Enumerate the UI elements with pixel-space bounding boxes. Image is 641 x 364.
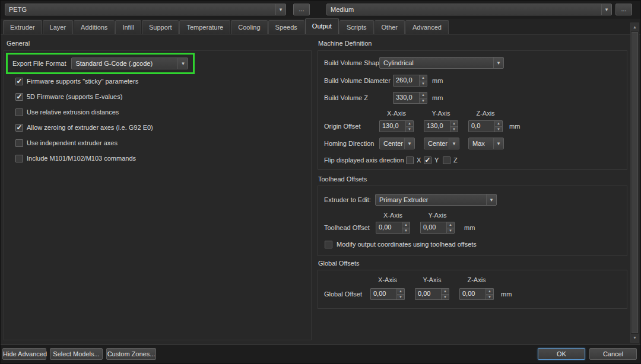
global-offset-z-spinbox[interactable]: 0,00 ▲▼	[459, 288, 494, 300]
spin-up-icon[interactable]: ▲	[402, 222, 410, 228]
chevron-down-icon: ▾	[275, 4, 285, 15]
export-file-format-select[interactable]: Standard G-Code (.gcode) ▾	[71, 58, 188, 69]
vertical-scrollbar[interactable]: ▲ ▼	[630, 23, 639, 343]
process-more-button[interactable]: ...	[293, 4, 310, 15]
spin-buttons: ▲▼	[494, 121, 502, 132]
cancel-button[interactable]: Cancel	[589, 348, 637, 360]
origin-offset-x-spinbox[interactable]: 130,0 ▲▼	[379, 120, 414, 132]
global-offset-y-value[interactable]: 0,00	[415, 289, 441, 299]
tab-temperature[interactable]: Temperature	[179, 20, 230, 34]
global-offset-x-spinbox[interactable]: 0,00 ▲▼	[370, 288, 405, 300]
spin-up-icon[interactable]: ▲	[486, 289, 493, 294]
global-offset-y-spinbox[interactable]: 0,00 ▲▼	[415, 288, 449, 300]
flip-axis-label: Flip displayed axis direction	[324, 157, 404, 164]
machine-definition-group-title: Machine Definition	[318, 40, 372, 47]
tab-output[interactable]: Output	[305, 18, 339, 34]
tab-layer[interactable]: Layer	[43, 20, 74, 34]
tab-advanced[interactable]: Advanced	[405, 20, 449, 34]
toolhead-offset-x-value[interactable]: 0,00	[376, 222, 402, 233]
flip-y-checkbox[interactable]: ✓	[424, 157, 431, 164]
tab-other[interactable]: Other	[375, 20, 405, 34]
quality-preset-select[interactable]: Medium ▾	[326, 4, 612, 15]
checkbox-independent-extruder[interactable]	[15, 139, 23, 147]
flip-z-label[interactable]: Z	[453, 157, 458, 164]
extruder-to-edit-select[interactable]: Primary Extruder ▾	[375, 194, 497, 206]
origin-offset-z-value[interactable]: 0,0	[469, 121, 494, 132]
tab-infill[interactable]: Infill	[115, 20, 141, 34]
chevron-down-icon: ▾	[601, 4, 611, 15]
flip-x-checkbox[interactable]	[406, 157, 414, 164]
checkbox-allow-zeroing[interactable]: ✓	[15, 124, 23, 132]
export-file-format-value: Standard G-Code (.gcode)	[75, 60, 177, 67]
build-volume-shape-select[interactable]: Cylindrical ▾	[379, 57, 504, 69]
spin-down-icon[interactable]: ▼	[447, 228, 454, 234]
modify-output-coordinates-checkbox[interactable]	[325, 241, 332, 248]
scrollbar-thumb[interactable]	[632, 32, 638, 333]
modify-output-coordinates-label[interactable]: Modify output coordinates using toolhead…	[337, 241, 477, 248]
spin-down-icon[interactable]: ▼	[420, 98, 427, 104]
spin-down-icon[interactable]: ▼	[402, 228, 410, 234]
spin-down-icon[interactable]: ▼	[406, 126, 413, 132]
spin-up-icon[interactable]: ▲	[442, 289, 449, 294]
spin-up-icon[interactable]: ▲	[450, 121, 458, 126]
custom-zones-button[interactable]: Custom Zones...	[106, 348, 156, 360]
build-volume-z-value[interactable]: 330,0	[394, 92, 419, 103]
origin-offset-x-value[interactable]: 130,0	[380, 121, 405, 132]
spin-down-icon[interactable]: ▼	[397, 294, 404, 300]
toolhead-offset-x-spinbox[interactable]: 0,00 ▲▼	[376, 222, 410, 234]
tab-speeds[interactable]: Speeds	[268, 20, 304, 34]
global-offset-x-value[interactable]: 0,00	[371, 289, 396, 299]
origin-offset-y-spinbox[interactable]: 130,0 ▲▼	[424, 120, 458, 132]
tab-scripts[interactable]: Scripts	[339, 20, 374, 34]
tab-additions[interactable]: Additions	[74, 20, 115, 34]
spin-up-icon[interactable]: ▲	[397, 289, 404, 294]
process-profile-select[interactable]: PETG ▾	[5, 4, 286, 15]
spin-up-icon[interactable]: ▲	[447, 222, 454, 228]
toolhead-offset-y-value[interactable]: 0,00	[421, 222, 446, 233]
checkbox-label[interactable]: 5D Firmware (supports E-values)	[27, 93, 122, 100]
spin-up-icon[interactable]: ▲	[406, 121, 413, 126]
tab-cooling[interactable]: Cooling	[231, 20, 267, 34]
spin-up-icon[interactable]: ▲	[420, 75, 427, 81]
flip-z-checkbox[interactable]	[443, 157, 450, 164]
origin-offset-z-spinbox[interactable]: 0,0 ▲▼	[468, 120, 503, 132]
checkbox-label[interactable]: Allow zeroing of extruder axes (i.e. G92…	[27, 124, 153, 131]
flip-x-label[interactable]: X	[417, 157, 421, 164]
tab-support[interactable]: Support	[142, 20, 179, 34]
flip-y-label[interactable]: Y	[434, 157, 439, 164]
spin-down-icon[interactable]: ▼	[442, 294, 449, 300]
checkbox-m101-commands[interactable]	[15, 155, 23, 162]
spin-down-icon[interactable]: ▼	[450, 126, 458, 132]
checkbox-5d-firmware[interactable]: ✓	[15, 93, 23, 101]
spin-down-icon[interactable]: ▼	[486, 294, 493, 300]
checkbox-relative-extrusion[interactable]	[15, 108, 23, 116]
spin-up-icon[interactable]: ▲	[495, 121, 502, 126]
origin-offset-y-value[interactable]: 130,0	[424, 121, 450, 132]
scroll-up-icon[interactable]: ▲	[631, 23, 639, 31]
ok-button[interactable]: OK	[538, 348, 585, 360]
tab-extruder[interactable]: Extruder	[3, 20, 42, 34]
global-offset-z-value[interactable]: 0,00	[460, 289, 485, 299]
spin-down-icon[interactable]: ▼	[495, 126, 502, 132]
build-volume-diameter-spinbox[interactable]: 260,0 ▲▼	[393, 75, 427, 87]
spin-down-icon[interactable]: ▼	[420, 81, 427, 87]
build-volume-diameter-value[interactable]: 260,0	[394, 75, 419, 86]
app-window: { "colors": { "highlight_green": "#2fd32…	[0, 0, 641, 364]
spin-up-icon[interactable]: ▲	[420, 92, 427, 98]
homing-direction-x-select[interactable]: Center ▾	[379, 138, 415, 149]
checkbox-label[interactable]: Use independent extruder axes	[27, 139, 118, 146]
toolhead-offset-y-spinbox[interactable]: 0,00 ▲▼	[420, 222, 455, 234]
spin-buttons: ▲▼	[396, 289, 404, 299]
select-models-button[interactable]: Select Models...	[50, 348, 103, 360]
checkbox-label[interactable]: Include M101/M102/M103 commands	[27, 155, 136, 162]
homing-direction-y-select[interactable]: Center ▾	[424, 138, 459, 149]
unit-label: mm	[432, 94, 443, 101]
checkbox-label[interactable]: Use relative extrusion distances	[27, 108, 119, 116]
checkbox-label[interactable]: Firmware supports "sticky" parameters	[27, 78, 138, 85]
build-volume-z-spinbox[interactable]: 330,0 ▲▼	[393, 92, 427, 104]
scroll-down-icon[interactable]: ▼	[631, 334, 639, 342]
homing-direction-z-select[interactable]: Max ▾	[468, 138, 504, 149]
checkbox-sticky-parameters[interactable]: ✓	[15, 78, 23, 85]
quality-more-button[interactable]: ...	[615, 4, 632, 15]
hide-advanced-button[interactable]: Hide Advanced	[2, 348, 46, 360]
